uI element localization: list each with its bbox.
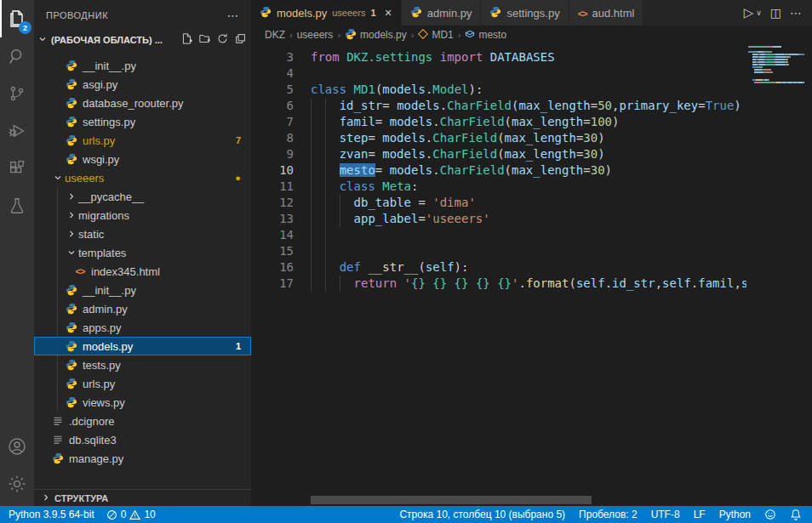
activity-explorer[interactable]: 2 (0, 0, 34, 37)
code-line-15[interactable]: 15 (251, 243, 746, 259)
code-line-7[interactable]: 7famil= models.CharField(max_length=100) (251, 114, 746, 130)
line-text: from DKZ.settings import DATABASES (311, 49, 555, 65)
tree-item-urls-py[interactable]: urls.py7 (34, 131, 251, 150)
cursor-position[interactable]: Строка 10, столбец 10 (выбрано 5) (399, 509, 565, 520)
activity-run-debug[interactable] (0, 112, 34, 150)
tree-item-useeers[interactable]: useeers● (34, 168, 251, 187)
tree-item-migrations[interactable]: migrations (34, 206, 251, 225)
code-line-9[interactable]: 9zvan= models.CharField(max_length=30) (251, 146, 746, 162)
code-line-14[interactable]: 14 (251, 227, 746, 243)
tab-settings-py[interactable]: settings.py (481, 0, 569, 26)
tree-item-static[interactable]: static (34, 225, 251, 243)
tree-item-label: index345.html (91, 265, 160, 278)
python-file-icon (65, 97, 78, 109)
tab-aud-html[interactable]: <>aud.html (569, 0, 644, 26)
tree-item-label: index.html (83, 49, 133, 51)
tree-item-pycache[interactable]: __pycache__ (34, 187, 251, 206)
python-interpreter-status[interactable]: Python 3.9.5 64-bit (9, 509, 94, 520)
breadcrumb-separator: › (458, 30, 461, 40)
editor-more-actions-icon[interactable]: ⋯ (790, 6, 802, 20)
tree-item-manage-py[interactable]: manage.py (34, 449, 251, 468)
class-symbol-icon (418, 29, 428, 42)
tree-item-database-roouter-py[interactable]: database_roouter.py (34, 94, 251, 112)
code-line-6[interactable]: 6id_str= models.CharField(max_length=50,… (251, 98, 746, 114)
encoding[interactable]: UTF-8 (651, 509, 680, 520)
tree-item-apps-py[interactable]: apps.py (34, 318, 251, 337)
breadcrumb-item-useeers[interactable]: useeers (297, 29, 334, 41)
python-file-icon (65, 153, 78, 165)
refresh-icon[interactable] (217, 33, 228, 46)
tree-item-tests-py[interactable]: tests.py (34, 355, 251, 374)
explorer-more-actions-icon[interactable]: ⋯ (227, 9, 240, 22)
code-line-3[interactable]: 3from DKZ.settings import DATABASES (251, 49, 746, 65)
code-line-12[interactable]: 12db_table = 'dima' (251, 195, 746, 211)
tree-item-index-html[interactable]: index.html (34, 49, 251, 56)
account-icon (7, 436, 27, 457)
code-line-4[interactable]: 4 (251, 65, 746, 82)
problems-status[interactable]: 0 10 (106, 509, 156, 520)
code-line-13[interactable]: 13app_label='useeers' (251, 211, 746, 227)
breadcrumb-item-mesto[interactable]: mesto (465, 29, 506, 42)
tab-admin-py[interactable]: admin.py (402, 0, 482, 26)
tree-item-index345-html[interactable]: <>index345.html (34, 262, 251, 281)
run-dropdown-icon[interactable]: ∨ (756, 9, 762, 17)
activity-search[interactable] (0, 37, 34, 75)
workspace-section-header[interactable]: (РАБОЧАЯ ОБЛАСТЬ) ... (34, 30, 251, 49)
tree-item-label: .dcignore (69, 415, 114, 428)
code-line-8[interactable]: 8step= models.CharField(max_length=30) (251, 130, 746, 146)
settings-button[interactable] (0, 465, 34, 503)
tree-item-urls-py[interactable]: urls.py (34, 374, 251, 393)
tree-item-admin-py[interactable]: admin.py (34, 299, 251, 318)
new-folder-icon[interactable] (199, 33, 210, 46)
eol-sequence[interactable]: LF (694, 509, 706, 520)
breadcrumb-label: models.py (360, 29, 407, 41)
line-number: 13 (251, 211, 294, 227)
activity-source-control[interactable] (0, 75, 34, 112)
tree-item-asgi-py[interactable]: asgi.py (34, 75, 251, 94)
code-line-17[interactable]: 17return '{} {} {} {} {}'.format(self.id… (251, 276, 746, 292)
tree-item-db-sqlite3[interactable]: db.sqlite3 (34, 430, 251, 449)
tab-models-py[interactable]: models.pyuseeers1✕ (251, 0, 402, 26)
code-line-11[interactable]: 11class Meta: (251, 179, 746, 195)
code-line-5[interactable]: 5class MD1(models.Model): (251, 82, 746, 98)
breadcrumb-item-dkz[interactable]: DKZ (265, 29, 285, 41)
tree-item-label: urls.py (83, 378, 115, 390)
outline-section-header[interactable]: СТРУКТУРА (34, 489, 251, 506)
activity-extensions[interactable] (0, 150, 34, 187)
chevron-down-icon (37, 34, 48, 46)
sidebar-header: ПРОВОДНИК ⋯ (34, 0, 251, 30)
account-button[interactable] (0, 428, 34, 465)
tree-item-init-py[interactable]: __init__.py (34, 281, 251, 299)
notifications-bell-icon[interactable] (790, 509, 802, 520)
split-editor-icon[interactable]: ◫ (770, 6, 781, 20)
close-icon[interactable]: ✕ (385, 8, 392, 19)
code-line-16[interactable]: 16def __str__(self): (251, 259, 746, 276)
tree-item-label: static (78, 228, 104, 241)
activity-testing[interactable] (0, 187, 34, 225)
collapse-folders-icon[interactable] (235, 33, 246, 46)
tree-item-dcignore[interactable]: .dcignore (34, 412, 251, 430)
breadcrumb: DKZ›useeers›models.py›MD1›mesto (251, 26, 812, 44)
run-python-file-icon[interactable]: ▷ (744, 5, 754, 20)
code-line-10[interactable]: 10mesto= models.CharField(max_length=30) (251, 162, 746, 179)
language-mode[interactable]: Python (719, 509, 751, 520)
breadcrumb-item-models-py[interactable]: models.py (345, 28, 407, 43)
python-file-icon (410, 6, 422, 20)
new-file-icon[interactable] (181, 33, 192, 46)
tree-item-settings-py[interactable]: settings.py (34, 112, 251, 131)
python-file-icon (260, 6, 272, 20)
breadcrumb-separator: › (337, 30, 340, 40)
indentation[interactable]: Пробелов: 2 (579, 509, 638, 520)
tree-item-init-py[interactable]: __init__.py (34, 56, 251, 75)
line-number: 5 (251, 82, 294, 98)
tree-item-views-py[interactable]: views.py (34, 393, 251, 412)
code-editor[interactable]: 3from DKZ.settings import DATABASES45cla… (251, 44, 812, 506)
horizontal-scrollbar[interactable] (311, 496, 592, 504)
tree-item-wsgi-py[interactable]: wsgi.py (34, 150, 251, 168)
feedback-icon[interactable] (764, 509, 776, 520)
tree-item-templates[interactable]: templates (34, 243, 251, 262)
minimap[interactable] (748, 46, 804, 84)
tree-item-models-py[interactable]: models.py1 (34, 337, 251, 355)
breadcrumb-item-md1[interactable]: MD1 (418, 29, 453, 42)
tree-item-label: useeers (65, 172, 104, 185)
